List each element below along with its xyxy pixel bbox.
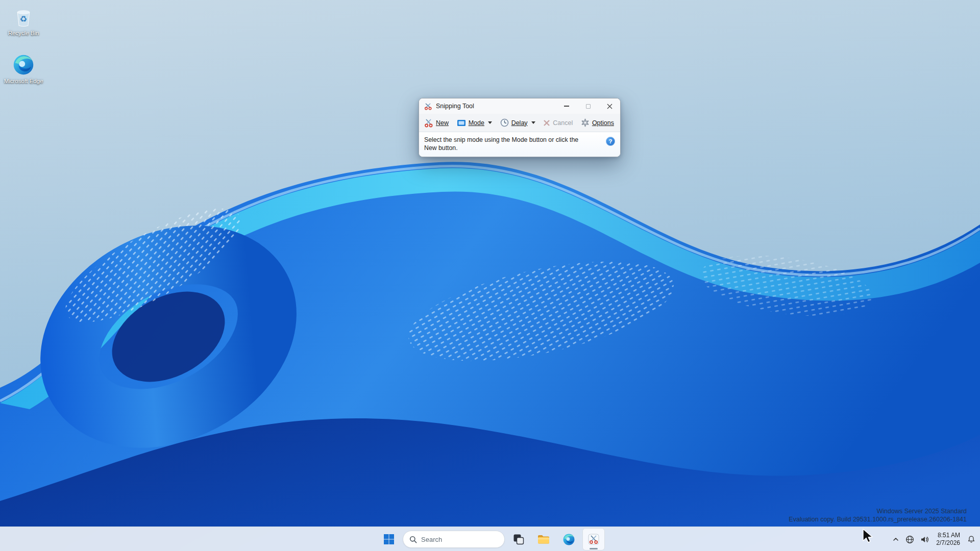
hidden-icons-button[interactable] (890, 529, 902, 549)
recycle-bin-icon: ♻ (12, 5, 35, 29)
tray-time: 8:51 AM (936, 532, 960, 539)
snipping-tool-button[interactable] (582, 528, 605, 550)
edge-button[interactable] (557, 528, 580, 550)
help-button[interactable]: ? (606, 137, 615, 146)
task-view-icon (513, 534, 524, 545)
close-button[interactable] (599, 98, 620, 114)
taskbar: 8:51 AM 2/7/2026 (0, 527, 980, 551)
taskbar-search[interactable] (403, 531, 505, 548)
new-snip-icon (424, 118, 433, 128)
search-input[interactable] (421, 536, 493, 543)
chevron-up-icon (892, 536, 899, 543)
maximize-button[interactable] (577, 98, 599, 114)
maximize-icon (586, 104, 591, 109)
watermark-line1: Windows Server 2025 Standard (789, 507, 967, 515)
system-tray: 8:51 AM 2/7/2026 (890, 527, 978, 551)
mode-button[interactable]: Mode (456, 117, 493, 129)
task-view-button[interactable] (507, 528, 530, 550)
snip-toolbar: New Mode Delay (419, 114, 620, 132)
snipping-tool-taskbar-icon (587, 533, 600, 545)
mode-dropdown-caret-icon (488, 121, 492, 124)
new-snip-button[interactable]: New (423, 117, 450, 129)
options-button[interactable]: Options (580, 117, 615, 129)
notifications-button[interactable] (965, 529, 978, 549)
desktop-icon-recycle-bin[interactable]: ♻ Recycle Bin (3, 5, 44, 37)
evaluation-watermark: Windows Server 2025 Standard Evaluation … (789, 507, 967, 523)
edge-taskbar-icon (562, 533, 575, 546)
new-label: New (436, 119, 449, 127)
svg-text:♻: ♻ (20, 14, 28, 24)
cancel-label: Cancel (553, 119, 573, 127)
notification-bell-icon (967, 535, 975, 543)
desktop-icon-label: Microsoft Edge (4, 78, 43, 85)
snipping-tool-window: Snipping Tool New (419, 98, 621, 157)
desktop: ♻ Recycle Bin Microsoft E (0, 0, 980, 551)
network-button[interactable] (903, 529, 917, 549)
options-gear-icon (581, 118, 590, 127)
snipping-tool-app-icon (424, 102, 432, 110)
file-explorer-button[interactable] (532, 528, 555, 550)
start-button[interactable] (378, 528, 400, 550)
minimize-icon (564, 106, 569, 106)
minimize-button[interactable] (556, 98, 577, 114)
watermark-line2: Evaluation copy. Build 29531.1000.rs_pre… (789, 515, 967, 523)
search-icon (409, 536, 417, 543)
tray-date: 2/7/2026 (936, 539, 960, 547)
taskbar-center-group (378, 527, 605, 551)
volume-button[interactable] (918, 529, 932, 549)
desktop-icon-microsoft-edge[interactable]: Microsoft Edge (3, 53, 44, 85)
speaker-icon (920, 535, 929, 544)
mode-label: Mode (469, 119, 484, 127)
file-explorer-icon (537, 533, 550, 546)
delay-button[interactable]: Delay (499, 117, 536, 129)
desktop-icon-label: Recycle Bin (8, 30, 39, 37)
taskbar-clock[interactable]: 8:51 AM 2/7/2026 (933, 532, 964, 547)
wallpaper-bloom (0, 0, 980, 551)
options-label: Options (592, 119, 614, 127)
window-title: Snipping Tool (436, 103, 556, 110)
help-question-icon: ? (608, 138, 612, 144)
delay-clock-icon (500, 118, 509, 127)
delay-dropdown-caret-icon (531, 121, 535, 124)
mode-icon (457, 119, 466, 127)
delay-label: Delay (511, 119, 528, 127)
cancel-icon (543, 119, 550, 127)
network-globe-icon (905, 535, 914, 544)
windows-logo-icon (383, 534, 395, 545)
snip-message-panel: Select the snip mode using the Mode butt… (419, 132, 620, 157)
mouse-cursor (862, 529, 875, 545)
titlebar[interactable]: Snipping Tool (419, 98, 620, 114)
snip-message-text: Select the snip mode using the Mode butt… (424, 136, 593, 152)
cancel-button[interactable]: Cancel (542, 118, 574, 128)
close-icon (607, 104, 612, 109)
edge-icon (12, 53, 35, 77)
